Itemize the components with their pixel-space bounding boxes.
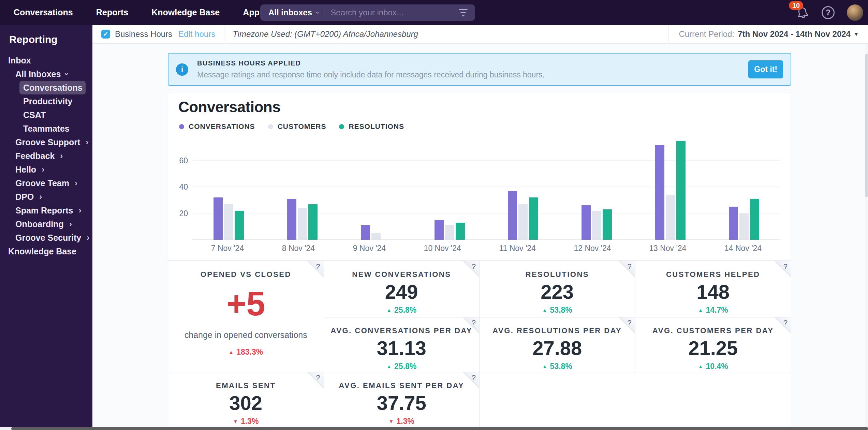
business-hours-checkbox[interactable]: ✓: [101, 30, 110, 39]
legend-item-conversations[interactable]: CONVERSATIONS: [179, 122, 255, 131]
sidebar-item-label: Productivity: [23, 94, 72, 108]
bar-conversations: [729, 207, 738, 240]
bar-customers: [224, 204, 233, 240]
report-settings-bar: ✓ Business Hours Edit hours Timezone Use…: [92, 25, 868, 44]
sidebar-item-teammates[interactable]: Teammates: [0, 122, 92, 135]
stat-change: ▲25.8%: [386, 306, 416, 315]
stat-title: OPENED VS CLOSED: [201, 270, 291, 279]
legend-item-customers[interactable]: CUSTOMERS: [268, 122, 326, 131]
stat-title: RESOLUTIONS: [526, 270, 589, 279]
nav-item-knowledge-base[interactable]: Knowledge Base: [151, 8, 220, 17]
y-axis-label: 40: [174, 182, 188, 192]
chart-legend: CONVERSATIONSCUSTOMERSRESOLUTIONS: [179, 122, 404, 131]
sidebar-item-label: Inbox: [8, 54, 31, 67]
sidebar-item-label: Groove Security: [15, 231, 81, 244]
stat-title: AVG. RESOLUTIONS PER DAY: [492, 326, 622, 335]
trend-arrow-icon: ▲: [386, 364, 392, 369]
help-icon[interactable]: ?: [775, 317, 791, 334]
chevron-right-icon: ›: [69, 217, 72, 231]
period-label: Current Period:: [679, 29, 734, 39]
vertical-scrollbar-track[interactable]: [865, 44, 868, 427]
bar-resolutions: [456, 223, 465, 240]
sidebar-item-all-inboxes[interactable]: All Inboxes›: [0, 67, 92, 81]
avatar[interactable]: [847, 4, 863, 21]
legend-item-resolutions[interactable]: RESOLUTIONS: [339, 122, 404, 131]
legend-label: RESOLUTIONS: [349, 122, 404, 131]
horizontal-scrollbar-thumb[interactable]: [11, 427, 868, 430]
x-axis-label: 14 Nov '24: [724, 244, 762, 253]
help-icon[interactable]: ?: [619, 317, 635, 334]
help-icon[interactable]: ?: [775, 261, 791, 278]
sidebar-item-productivity[interactable]: Productivity: [0, 94, 92, 108]
sidebar-item-conversations[interactable]: Conversations: [19, 81, 86, 94]
business-hours-label: Business Hours: [115, 29, 172, 39]
stat-card-opened-vs-closed: ? OPENED VS CLOSED +5 change in opened c…: [168, 261, 324, 372]
bar-group-7-nov-24: [214, 140, 244, 240]
stat-change: ▲14.7%: [698, 306, 728, 315]
business-hours-banner: i BUSINESS HOURS APPLIED Message ratings…: [168, 53, 791, 86]
stat-title: AVG. CUSTOMERS PER DAY: [652, 326, 774, 335]
sidebar-item-label: Spam Reports: [15, 204, 73, 217]
sidebar-item-groove-support[interactable]: Groove Support›: [0, 135, 92, 149]
nav-items: ConversationsReportsKnowledge BaseApps: [0, 8, 288, 17]
bar-resolutions: [676, 141, 686, 240]
sidebar-item-hello[interactable]: Hello›: [0, 163, 92, 176]
search-bar[interactable]: All inboxes ›: [260, 4, 475, 21]
stat-card-resolutions: ? RESOLUTIONS 223 ▲53.8%: [480, 261, 635, 317]
stat-card-avg-conversations: ? AVG. CONVERSATIONS PER DAY 31.13 ▲25.8…: [324, 317, 480, 372]
y-axis-label: 20: [174, 209, 188, 218]
stat-card-new-conversations: ? NEW CONVERSATIONS 249 ▲25.8%: [324, 261, 480, 317]
vertical-scrollbar-thumb[interactable]: [865, 54, 868, 197]
sidebar-item-label: Feedback: [15, 149, 55, 163]
timezone-text: Timezone Used: (GMT+0200) Africa/Johanne…: [233, 29, 418, 39]
bar-conversations: [361, 225, 370, 240]
filter-icon[interactable]: [459, 9, 468, 16]
notifications-button[interactable]: 10: [796, 6, 809, 19]
stat-change: ▲25.8%: [386, 362, 416, 371]
bar-conversations: [508, 191, 517, 240]
sidebar-item-dpo[interactable]: DPO›: [0, 190, 92, 204]
help-icon[interactable]: ?: [307, 372, 324, 389]
help-icon[interactable]: ?: [619, 261, 635, 278]
sidebar-item-groove-team[interactable]: Groove Team›: [0, 176, 92, 190]
stat-change: ▲10.4%: [698, 362, 728, 371]
x-axis-label: 10 Nov '24: [424, 244, 461, 253]
sidebar-item-label: Teammates: [23, 122, 70, 135]
conversations-chart-card: Conversations CONVERSATIONSCUSTOMERSRESO…: [168, 92, 791, 261]
stat-change: ▲53.8%: [542, 362, 572, 371]
info-icon: i: [176, 63, 188, 76]
nav-right-controls: 10 ?: [796, 0, 863, 25]
empty-grid-cell: [635, 372, 791, 427]
trend-arrow-icon: ▲: [698, 307, 703, 313]
period-value: 7th Nov 2024 - 14th Nov 2024: [738, 29, 851, 39]
chevron-right-icon: ›: [39, 190, 42, 204]
sidebar-item-knowledge-base[interactable]: Knowledge Base: [0, 244, 92, 258]
sidebar-item-spam-reports[interactable]: Spam Reports›: [0, 204, 92, 217]
nav-item-conversations[interactable]: Conversations: [14, 8, 73, 17]
help-icon[interactable]: ?: [463, 261, 479, 278]
inbox-scope-selector[interactable]: All inboxes ›: [260, 8, 324, 17]
sidebar-item-csat[interactable]: CSAT: [0, 108, 92, 122]
sidebar-item-inbox[interactable]: Inbox: [0, 54, 92, 67]
trend-arrow-icon: ▼: [389, 418, 394, 424]
x-axis-label: 12 Nov '24: [574, 244, 611, 253]
sidebar-item-feedback[interactable]: Feedback›: [0, 149, 92, 163]
inbox-scope-label: All inboxes: [268, 8, 312, 17]
sidebar-item-groove-security[interactable]: Groove Security›: [0, 231, 92, 244]
search-input[interactable]: [324, 8, 459, 18]
nav-item-reports[interactable]: Reports: [96, 8, 128, 17]
sidebar-item-onboarding[interactable]: Onboarding›: [0, 217, 92, 231]
stat-value: 302: [229, 392, 262, 414]
period-selector[interactable]: Current Period: 7th Nov 2024 - 14th Nov …: [668, 25, 868, 44]
horizontal-scrollbar-track[interactable]: [0, 427, 868, 430]
bar-customers: [445, 225, 454, 240]
got-it-button[interactable]: Got it!: [748, 60, 783, 78]
help-menu-button[interactable]: ?: [822, 6, 835, 19]
reporting-sidebar: Reporting InboxAll Inboxes›Conversations…: [0, 25, 92, 428]
help-icon[interactable]: ?: [307, 261, 324, 278]
help-icon[interactable]: ?: [463, 317, 479, 334]
bar-resolutions: [529, 197, 538, 240]
help-icon[interactable]: ?: [463, 372, 479, 389]
edit-hours-link[interactable]: Edit hours: [178, 29, 215, 39]
divider: [224, 25, 224, 44]
